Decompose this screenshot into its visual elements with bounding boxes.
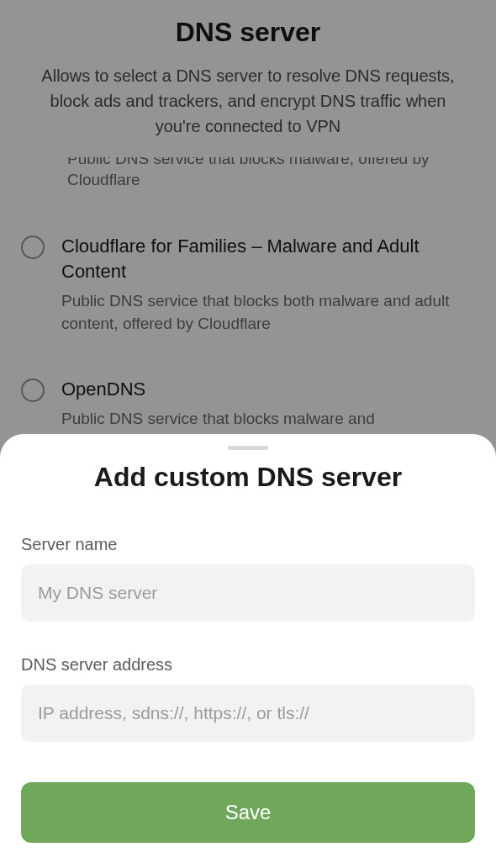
drag-handle-icon[interactable] <box>228 446 268 450</box>
server-address-label: DNS server address <box>21 655 475 675</box>
server-address-input[interactable] <box>21 685 475 742</box>
server-name-input[interactable] <box>21 564 475 622</box>
server-name-label: Server name <box>21 535 475 554</box>
save-button[interactable]: Save <box>21 782 475 843</box>
add-custom-dns-modal: Add custom DNS server Server name DNS se… <box>0 434 496 868</box>
server-address-group: DNS server address <box>21 655 475 742</box>
modal-title: Add custom DNS server <box>21 462 475 493</box>
server-name-group: Server name <box>21 535 475 622</box>
